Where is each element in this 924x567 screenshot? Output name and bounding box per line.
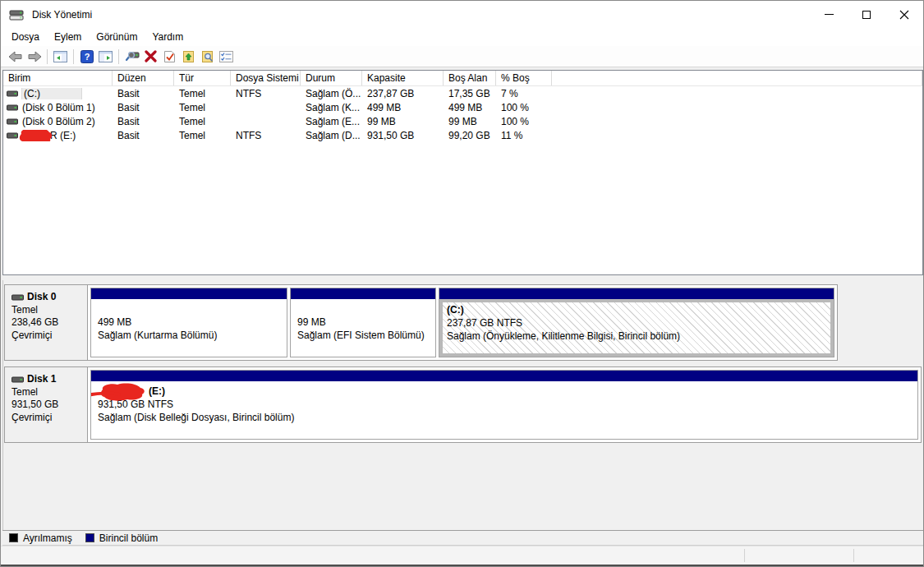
disk-status: Çevrimiçi — [11, 330, 80, 343]
disk-management-window: Disk Yönetimi Dosya Eylem Görünüm Yardım — [0, 0, 924, 567]
show-console-tree-button[interactable] — [51, 48, 70, 66]
cell-fs: NTFS — [231, 88, 301, 99]
folder-search-button[interactable] — [198, 48, 217, 66]
help-button[interactable]: ? — [77, 48, 96, 66]
window-title: Disk Yönetimi — [32, 9, 92, 21]
menu-dosya[interactable]: Dosya — [4, 29, 47, 45]
table-row[interactable]: (Disk 0 Bölüm 2) Basit Temel Sağlam (E..… — [3, 114, 922, 128]
menu-yardim[interactable]: Yardım — [145, 29, 191, 45]
mark-active-button[interactable] — [160, 48, 179, 66]
toolbar-separator — [47, 49, 48, 64]
disk-1-row: Disk 1 Temel 931,50 GB Çevrimiçi — [4, 366, 922, 443]
cell-pct-free: 100 % — [496, 116, 552, 127]
column-header-filler — [552, 71, 922, 85]
partition-title: (C:) — [447, 304, 464, 316]
menu-eylem[interactable]: Eylem — [47, 29, 89, 45]
back-icon — [8, 51, 23, 62]
menu-gorunum[interactable]: Görünüm — [89, 29, 145, 45]
help-icon: ? — [80, 50, 94, 63]
folder-up-button[interactable] — [179, 48, 198, 66]
partition-color-bar — [439, 288, 834, 299]
table-row[interactable]: (C:) Basit Temel NTFS Sağlam (Ö... 237,8… — [3, 86, 922, 100]
view-drive-button[interactable] — [122, 48, 141, 66]
volume-name: (Disk 0 Bölüm 2) — [22, 116, 95, 127]
view-drive-icon — [125, 51, 140, 62]
folder-search-icon — [201, 50, 214, 63]
legend-primary-swatch — [85, 533, 94, 542]
table-row[interactable]: R (E:) Basit Temel NTFS Sağlam (D... 931… — [3, 128, 922, 142]
minimize-button[interactable] — [810, 1, 848, 28]
check-document-icon — [163, 50, 176, 63]
column-header-bos-alan[interactable]: Boş Alan — [444, 71, 496, 85]
partition-recovery[interactable]: 499 MB Sağlam (Kurtarma Bölümü) — [90, 288, 287, 357]
forward-button[interactable] — [25, 48, 44, 66]
cell-status: Sağlam (D... — [301, 130, 362, 141]
svg-text:?: ? — [84, 52, 90, 62]
disk-size: 931,50 GB — [11, 399, 80, 412]
status-bar-divider — [744, 549, 745, 562]
partition-size: 499 MB — [98, 316, 280, 329]
disk-name: Disk 0 — [27, 291, 56, 304]
cell-type: Temel — [174, 116, 231, 127]
app-disk-icon — [9, 8, 25, 21]
disk-type: Temel — [11, 304, 80, 317]
disk-size: 238,46 GB — [11, 316, 80, 330]
maximize-button[interactable] — [848, 1, 885, 28]
cell-layout: Basit — [113, 102, 174, 113]
cell-status: Sağlam (K... — [301, 102, 362, 113]
title-bar: Disk Yönetimi — [1, 1, 923, 28]
disk-0-label[interactable]: Disk 0 Temel 238,46 GB Çevrimiçi — [5, 285, 88, 360]
checklist-button[interactable] — [217, 48, 236, 66]
partition-title: (E:) — [149, 385, 165, 397]
cell-status: Sağlam (E... — [301, 116, 362, 127]
column-header-kapasite[interactable]: Kapasite — [362, 71, 444, 85]
partition-color-bar — [91, 288, 287, 299]
status-bar — [1, 546, 924, 565]
back-button[interactable] — [6, 48, 25, 66]
volume-name: R (E:) — [50, 130, 76, 141]
volume-disk-icon — [7, 132, 18, 139]
partition-color-bar — [291, 288, 435, 299]
delete-button[interactable] — [141, 48, 160, 66]
folder-up-icon — [182, 50, 195, 63]
table-row[interactable]: (Disk 0 Bölüm 1) Basit Temel Sağlam (K..… — [3, 100, 922, 114]
legend-primary-label: Birincil bölüm — [99, 532, 158, 544]
show-action-pane-button[interactable] — [96, 48, 115, 66]
disk-1-label[interactable]: Disk 1 Temel 931,50 GB Çevrimiçi — [5, 367, 88, 442]
column-header-dosya-sistemi[interactable]: Dosya Sistemi — [231, 71, 301, 85]
volume-disk-icon — [7, 104, 18, 111]
column-header-durum[interactable]: Durum — [301, 71, 362, 85]
partition-size: 237,87 GB NTFS — [447, 316, 826, 330]
cell-free: 17,35 GB — [444, 88, 496, 99]
partition-efi[interactable]: 99 MB Sağlam (EFI Sistem Bölümü) — [290, 288, 436, 357]
legend-unallocated-label: Ayrılmamış — [23, 532, 72, 544]
redaction-scribble — [17, 130, 53, 141]
partition-c[interactable]: (C:) 237,87 GB NTFS Sağlam (Önyükleme, K… — [439, 288, 834, 357]
volume-list-header: Birim Düzen Tür Dosya Sistemi Durum Kapa… — [3, 71, 922, 86]
column-header-birim[interactable]: Birim — [3, 71, 113, 85]
disk-status: Çevrimiçi — [11, 412, 80, 425]
cell-capacity: 499 MB — [362, 102, 444, 113]
menu-bar: Dosya Eylem Görünüm Yardım — [1, 28, 923, 46]
close-button[interactable] — [885, 1, 923, 28]
volume-disk-icon — [7, 90, 18, 97]
cell-type: Temel — [174, 130, 231, 141]
column-header-duzen[interactable]: Düzen — [113, 71, 174, 85]
cell-free: 99 MB — [444, 116, 496, 127]
cell-pct-free: 11 % — [496, 130, 552, 141]
partition-size: 99 MB — [297, 316, 429, 329]
cell-pct-free: 100 % — [496, 102, 552, 113]
cell-free: 499 MB — [444, 102, 496, 113]
volume-name: (Disk 0 Bölüm 1) — [22, 102, 95, 113]
volume-name: (C:) — [22, 88, 81, 99]
partition-e[interactable]: (E:) 931,50 GB NTFS Sağlam (Disk Belleği… — [90, 370, 918, 440]
column-header-pct-bos[interactable]: % Boş — [496, 71, 552, 85]
disk-0-row: Disk 0 Temel 238,46 GB Çevrimiçi 499 MB … — [4, 284, 838, 361]
legend-bar: Ayrılmamış Birincil bölüm — [2, 530, 923, 546]
cell-fs: NTFS — [231, 130, 301, 141]
redaction-scribble — [90, 382, 150, 403]
cell-status: Sağlam (Ö... — [301, 88, 362, 99]
cell-layout: Basit — [113, 130, 174, 141]
column-header-tur[interactable]: Tür — [174, 71, 231, 85]
cell-capacity: 931,50 GB — [362, 130, 444, 141]
